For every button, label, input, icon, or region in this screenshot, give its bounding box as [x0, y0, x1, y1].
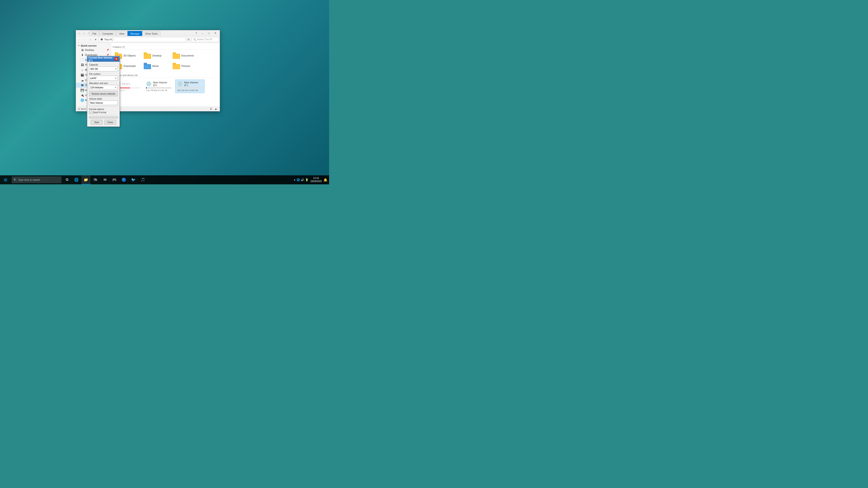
- back-button[interactable]: ←: [77, 31, 81, 35]
- tab-file[interactable]: File: [90, 31, 99, 36]
- volume-label-label: Volume label: [89, 98, 118, 100]
- forward-nav-button[interactable]: →: [82, 37, 87, 42]
- filesystem-label: File system: [89, 73, 118, 75]
- status-text: 11 items: [78, 108, 86, 110]
- tray-up-icon[interactable]: ∧: [293, 178, 296, 182]
- battery-tray-icon[interactable]: 🔋: [305, 178, 309, 182]
- folder-music[interactable]: Music: [142, 62, 169, 70]
- drive-c-name: OS (C:): [122, 83, 130, 85]
- back-nav-button[interactable]: ←: [77, 37, 82, 42]
- up-nav-button[interactable]: ↑: [88, 37, 93, 42]
- filesystem-field: File system exFAT ▼: [89, 73, 118, 80]
- capacity-value: 465 GB: [90, 68, 98, 70]
- drive-d[interactable]: 💿 New Volume (D:) 1.81 TB free of 1.81 T…: [144, 79, 174, 93]
- task-view-button[interactable]: ⧉: [62, 175, 71, 184]
- sidebar-quickaccess-label: Quick access: [81, 44, 96, 47]
- close-button[interactable]: ✕: [212, 30, 218, 36]
- recent-nav-button[interactable]: ▾: [93, 37, 98, 42]
- drive-d-header: 💿 New Volume (D:): [146, 81, 171, 87]
- edge-icon: 🌐: [74, 177, 79, 182]
- taskbar-search-bar[interactable]: 🔍 Type here to search: [12, 176, 61, 183]
- folder-icon-documents: [173, 53, 180, 59]
- dialog-titlebar: Format New Volume (F:) ✕: [87, 56, 120, 62]
- volume-label-input[interactable]: [89, 101, 118, 105]
- app1-button[interactable]: 🐦: [129, 175, 138, 184]
- capacity-select[interactable]: 465 GB ▼: [89, 66, 118, 71]
- filesystem-select[interactable]: exFAT ▼: [89, 76, 118, 80]
- tab-drive-tools[interactable]: Drive Tools: [142, 31, 160, 36]
- forward-button[interactable]: →: [82, 31, 86, 35]
- explorer-taskbar-button[interactable]: 📁: [81, 175, 90, 184]
- downloads-icon: ⬇: [81, 53, 84, 57]
- quick-format-label: Quick Format: [93, 111, 106, 113]
- search-icon: 🔍: [193, 38, 196, 41]
- network-tray-icon[interactable]: 🌐: [297, 178, 300, 182]
- newvolume-icon: 💾: [81, 88, 84, 92]
- sidebar-item-desktop[interactable]: 🖥 Desktop 📌: [76, 47, 111, 53]
- tab-computer[interactable]: Computer: [99, 31, 116, 36]
- view-tiles-button[interactable]: ■: [214, 107, 218, 111]
- tray-icons: ∧ 🌐 🔊 🔋: [293, 178, 309, 182]
- drive-f[interactable]: 💿 New Volume (F:) 465 GB free of 465 GB: [175, 79, 205, 93]
- maximize-button[interactable]: □: [206, 30, 212, 36]
- folder-3dobjects-label: 3D Objects: [123, 54, 135, 57]
- app2-button[interactable]: 🎵: [138, 175, 147, 184]
- folder-downloads-label: Downloads: [123, 65, 135, 67]
- drive-f-icon: 💿: [177, 81, 183, 87]
- close-dialog-button[interactable]: Close: [104, 120, 116, 125]
- thispc-icon: 💻: [81, 84, 84, 87]
- view-details-button[interactable]: ☰: [209, 107, 213, 111]
- desktop-icon: 🖥: [81, 48, 84, 52]
- sidebar-quickaccess-header[interactable]: ▼ Quick access: [76, 44, 111, 47]
- browser2-button[interactable]: 🔵: [119, 175, 128, 184]
- pin-icon-dl: 📌: [106, 54, 109, 56]
- store-button[interactable]: 🛍: [91, 175, 100, 184]
- alloc-value: 128 kilobytes: [90, 86, 103, 89]
- restore-defaults-button[interactable]: Restore device defaults: [89, 91, 118, 96]
- devices-header: Devices and drives (4): [113, 73, 218, 78]
- dialog-close-button[interactable]: ✕: [115, 57, 118, 61]
- folder-pictures[interactable]: Pictures: [170, 62, 198, 70]
- drive-f-header: 💿 New Volume (F:): [177, 81, 203, 87]
- edge-button[interactable]: 🌐: [72, 175, 81, 184]
- status-view-controls: ☰ ■: [209, 107, 218, 111]
- notification-icon[interactable]: 🔔: [323, 178, 327, 182]
- folder-documents[interactable]: Documents: [170, 51, 198, 60]
- address-bar[interactable]: 💻 This PC ›: [98, 37, 186, 42]
- alloc-arrow-icon: ▼: [115, 87, 117, 89]
- drive-d-info: 1.81 TB free of 1.81 TB: [146, 89, 171, 92]
- ribbon-tabs: File Computer View Manage Drive Tools: [90, 31, 160, 36]
- system-clock[interactable]: 13:18 18/09/2020: [310, 177, 322, 183]
- volume-tray-icon[interactable]: 🔊: [301, 178, 304, 182]
- dialog-title: Format New Volume (F:): [89, 56, 115, 62]
- quick-format-row: ✓ Quick Format: [89, 111, 118, 113]
- drive-f-bar-bg: [177, 87, 203, 89]
- help-button[interactable]: ?: [193, 30, 199, 36]
- drives-grid: 💾 OS (C:) Free space 💿 New Volume (D:): [113, 79, 218, 93]
- folders-grid: 3D Objects Desktop D: [113, 51, 218, 70]
- capacity-arrow-icon: ▼: [115, 68, 117, 70]
- tab-manage[interactable]: Manage: [127, 31, 143, 36]
- start-button[interactable]: ⊞: [0, 175, 11, 184]
- mail-button[interactable]: ✉: [100, 175, 110, 184]
- folder-desktop[interactable]: Desktop: [142, 51, 169, 60]
- videos-icon: 🎬: [81, 73, 84, 76]
- drive-d-name: New Volume (D:): [153, 81, 171, 87]
- content-area: Folders (7) 3D Objects: [111, 43, 220, 107]
- drive-f-name: New Volume (F:): [184, 81, 203, 87]
- tab-view[interactable]: View: [116, 31, 127, 36]
- folder-pictures-label: Pictures: [181, 65, 190, 67]
- quick-format-checkbox[interactable]: ✓: [89, 111, 92, 113]
- search-placeholder: Search This PC: [197, 38, 213, 41]
- task-view-icon: ⧉: [66, 177, 68, 182]
- filesystem-value: exFAT: [90, 77, 96, 79]
- minimize-button[interactable]: –: [199, 30, 206, 36]
- taskbar-search-icon: 🔍: [13, 178, 17, 182]
- search-bar[interactable]: 🔍 Search This PC: [192, 37, 219, 42]
- dialog-body: Capacity: 465 GB ▼ File system exFAT ▼ A…: [87, 62, 120, 127]
- alloc-select[interactable]: 128 kilobytes ▼: [89, 85, 118, 90]
- start-button[interactable]: Start: [91, 120, 103, 125]
- taskbar-tray: ∧ 🌐 🔊 🔋 13:18 18/09/2020 🔔: [293, 177, 329, 183]
- refresh-button[interactable]: ↻: [186, 37, 191, 42]
- xbox-button[interactable]: 🎮: [110, 175, 119, 184]
